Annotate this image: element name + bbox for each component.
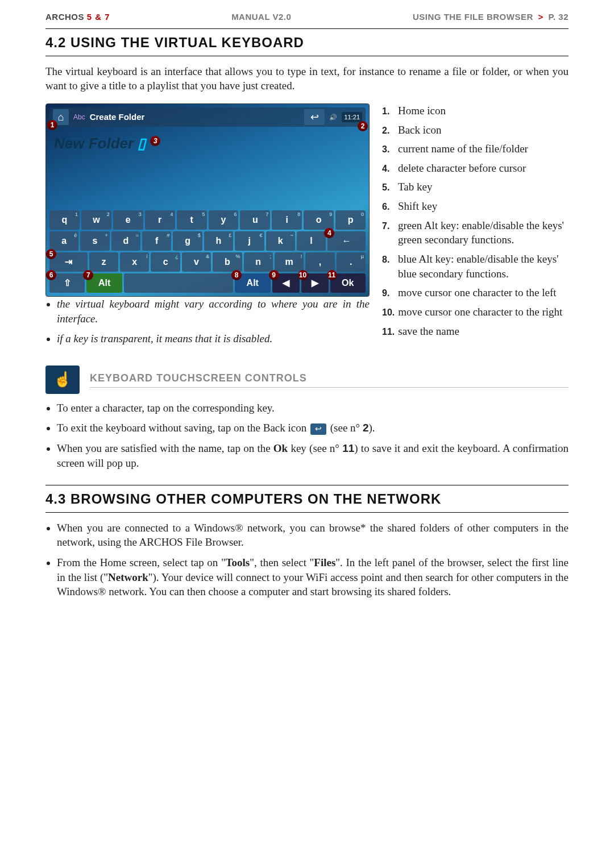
net-bullet-2: From the Home screen, select tap on "Too…: [57, 555, 569, 599]
touch-bullet-1: To enter a character, tap on the corresp…: [57, 401, 569, 416]
touchscreen-title: KEYBOARD TOUCHSCREEN CONTROLS: [90, 371, 569, 388]
key-f[interactable]: f#: [142, 231, 171, 251]
shift-key[interactable]: ⇧6: [49, 273, 85, 293]
legend-item: 11.save the name: [382, 324, 569, 339]
spacebar-key[interactable]: [124, 273, 233, 293]
breadcrumb-arrow: >: [538, 12, 543, 22]
divider: [45, 56, 569, 56]
key-.[interactable]: .µ: [337, 252, 366, 272]
badge-2: 2: [358, 121, 368, 131]
key-k[interactable]: k~: [266, 231, 295, 251]
device-model: 5 & 7: [87, 12, 110, 22]
clock: 11:21: [342, 112, 362, 123]
touch-bullet-3: When you are satisfied with the name, ta…: [57, 441, 569, 470]
page-header: ARCHOS 5 & 7 MANUAL V2.0 USING THE FILE …: [45, 11, 569, 26]
section-4-3-title: 4.3 BROWSING OTHER COMPUTERS ON THE NETW…: [45, 490, 569, 508]
key-d[interactable]: d=: [111, 231, 140, 251]
key-z[interactable]: z: [89, 252, 118, 272]
key-i[interactable]: i8: [272, 210, 302, 230]
legend-item: 8.blue Alt key: enable/disable the keys'…: [382, 252, 569, 281]
abc-indicator: Abc: [73, 113, 85, 122]
virtual-keyboard-screenshot: ⌂ 1 Abc Create Folder ↩ 2 🔊 11:21 New Fo…: [45, 103, 370, 297]
key-,[interactable]: ,: [305, 252, 334, 272]
legend-item: 9.move cursor one character to the left: [382, 285, 569, 300]
key-g[interactable]: g$: [173, 231, 202, 251]
legend-list: 1.Home icon2.Back icon3.current name of …: [382, 103, 569, 343]
key-c[interactable]: c¿: [151, 252, 180, 272]
key-l[interactable]: l: [297, 231, 326, 251]
manual-version: MANUAL V2.0: [231, 11, 291, 23]
note-1: the virtual keyboard might vary accordin…: [57, 297, 370, 326]
header-right: USING THE FILE BROWSER > P. 32: [413, 11, 569, 23]
key-h[interactable]: h£: [204, 231, 233, 251]
alt-blue-key[interactable]: Alt8: [235, 273, 270, 293]
section-label: USING THE FILE BROWSER: [413, 12, 533, 22]
legend-item: 10.move cursor one character to the righ…: [382, 305, 569, 319]
ok-key[interactable]: Ok11: [330, 273, 366, 293]
key-o[interactable]: o9: [304, 210, 334, 230]
key-n[interactable]: n;: [244, 252, 273, 272]
current-folder-name: New Folder ▯ 3: [54, 134, 146, 153]
tab-key[interactable]: ⇥5: [49, 252, 88, 272]
alt-green-key[interactable]: Alt7: [86, 273, 122, 293]
backspace-key[interactable]: ←4: [327, 231, 366, 251]
section-4-2-intro: The virtual keyboard is an interface tha…: [45, 64, 569, 93]
divider: [45, 485, 569, 485]
inline-back-icon: ↩: [310, 423, 326, 435]
screenshot-notes: the virtual keyboard might vary accordin…: [45, 297, 370, 346]
key-t[interactable]: t5: [177, 210, 207, 230]
key-u[interactable]: u7: [240, 210, 270, 230]
legend-item: 4.delete character before cursor: [382, 161, 569, 176]
back-icon[interactable]: ↩ 2: [304, 109, 325, 125]
touchscreen-icon: ☝: [45, 366, 80, 394]
key-v[interactable]: v&: [182, 252, 211, 272]
net-bullet-1: When you are connected to a Windows® net…: [57, 521, 569, 550]
note-2: if a key is transparent, it means that i…: [57, 331, 370, 346]
key-y[interactable]: y6: [209, 210, 239, 230]
cursor-left-key[interactable]: ◀9: [272, 273, 300, 293]
brand: ARCHOS: [45, 12, 84, 22]
legend-item: 2.Back icon: [382, 123, 569, 138]
legend-item: 3.current name of the file/folder: [382, 142, 569, 156]
legend-item: 5.Tab key: [382, 180, 569, 194]
legend-item: 1.Home icon: [382, 103, 569, 118]
home-icon[interactable]: ⌂ 1: [53, 109, 69, 125]
badge-3: 3: [150, 136, 160, 146]
screenshot-title: Create Folder: [90, 111, 145, 123]
badge-1: 1: [47, 120, 57, 130]
divider: [45, 28, 569, 29]
sound-icon: 🔊: [329, 113, 337, 122]
key-m[interactable]: m!: [275, 252, 304, 272]
key-q[interactable]: q1: [49, 210, 80, 230]
key-w[interactable]: w2: [81, 210, 111, 230]
divider: [45, 512, 569, 513]
legend-item: 7.green Alt key: enable/disable the keys…: [382, 218, 569, 247]
key-p[interactable]: p0: [335, 210, 366, 230]
section-4-2-title: 4.2 USING THE VIRTUAL KEYBOARD: [45, 34, 569, 52]
touch-bullet-2: To exit the keyboard without saving, tap…: [57, 421, 569, 435]
key-r[interactable]: r4: [145, 210, 175, 230]
key-e[interactable]: e3: [113, 210, 143, 230]
legend-item: 6.Shift key: [382, 199, 569, 214]
cursor-right-key[interactable]: ▶10: [301, 273, 329, 293]
key-a[interactable]: aé: [49, 231, 78, 251]
key-s[interactable]: s+: [80, 231, 109, 251]
key-x[interactable]: xi: [120, 252, 149, 272]
key-b[interactable]: b%: [213, 252, 242, 272]
key-j[interactable]: j€: [235, 231, 264, 251]
header-left: ARCHOS 5 & 7: [45, 11, 110, 23]
page-number: P. 32: [548, 12, 569, 22]
